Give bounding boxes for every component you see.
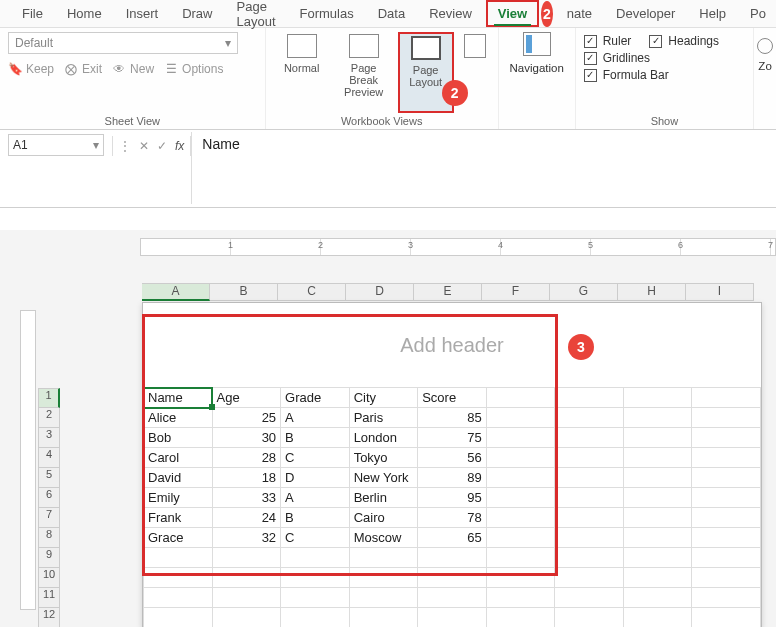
cell[interactable]: City (349, 388, 418, 408)
formula-input[interactable]: Name (191, 132, 776, 204)
cell[interactable] (418, 568, 487, 588)
cell[interactable] (692, 528, 761, 548)
header-area[interactable]: Add header (143, 303, 761, 387)
cell[interactable]: London (349, 428, 418, 448)
cell[interactable]: 18 (212, 468, 281, 488)
cell[interactable]: 25 (212, 408, 281, 428)
col-header-H[interactable]: H (618, 283, 686, 301)
cell[interactable] (486, 508, 555, 528)
row-header-3[interactable]: 3 (38, 428, 60, 448)
col-header-C[interactable]: C (278, 283, 346, 301)
tab-help[interactable]: Help (689, 2, 736, 25)
cell[interactable] (144, 588, 213, 608)
headings-checkbox[interactable]: ✓ Headings (649, 34, 719, 48)
cell[interactable] (692, 508, 761, 528)
horizontal-ruler[interactable]: 1 2 3 4 5 6 7 (140, 238, 776, 256)
cell[interactable]: 95 (418, 488, 487, 508)
col-header-F[interactable]: F (482, 283, 550, 301)
cell[interactable] (623, 488, 692, 508)
cell[interactable]: C (281, 448, 350, 468)
row-headers[interactable]: 1 2 3 4 5 6 7 8 9 10 11 12 (38, 388, 60, 627)
cell[interactable]: Age (212, 388, 281, 408)
cancel-icon[interactable]: ✕ (139, 139, 149, 153)
cell[interactable]: 28 (212, 448, 281, 468)
cell[interactable]: David (144, 468, 213, 488)
cell[interactable] (555, 428, 624, 448)
col-header-G[interactable]: G (550, 283, 618, 301)
gridlines-checkbox[interactable]: ✓ Gridlines (584, 51, 745, 65)
cell[interactable]: Alice (144, 408, 213, 428)
col-header-E[interactable]: E (414, 283, 482, 301)
cell[interactable] (692, 388, 761, 408)
cell[interactable] (486, 528, 555, 548)
cell[interactable] (623, 568, 692, 588)
cell[interactable]: 30 (212, 428, 281, 448)
cell[interactable]: Frank (144, 508, 213, 528)
cell[interactable] (555, 608, 624, 628)
cell[interactable]: Bob (144, 428, 213, 448)
row-header-12[interactable]: 12 (38, 608, 60, 627)
cell[interactable] (486, 408, 555, 428)
cell[interactable] (144, 568, 213, 588)
sheet-view-combo[interactable]: Default ▾ (8, 32, 238, 54)
cell[interactable]: Tokyo (349, 448, 418, 468)
cell[interactable] (281, 548, 350, 568)
new-button[interactable]: 👁 New (112, 62, 154, 76)
tab-review[interactable]: Review (419, 2, 482, 25)
column-headers[interactable]: A B C D E F G H I (142, 283, 754, 301)
cell[interactable]: A (281, 408, 350, 428)
cell[interactable] (623, 548, 692, 568)
tab-view[interactable]: View (488, 2, 537, 25)
options-button[interactable]: ☰ Options (164, 62, 223, 76)
row-header-7[interactable]: 7 (38, 508, 60, 528)
cell[interactable]: New York (349, 468, 418, 488)
cell[interactable]: D (281, 468, 350, 488)
cell[interactable] (349, 608, 418, 628)
cell[interactable]: 24 (212, 508, 281, 528)
normal-view-button[interactable]: Normal (274, 32, 330, 113)
cell[interactable] (555, 488, 624, 508)
cell[interactable] (623, 528, 692, 548)
cell[interactable]: Score (418, 388, 487, 408)
cell[interactable] (486, 428, 555, 448)
fx-icon[interactable]: fx (175, 139, 184, 153)
cell[interactable] (692, 428, 761, 448)
cell[interactable] (623, 588, 692, 608)
tab-developer[interactable]: Developer (606, 2, 685, 25)
cell[interactable] (555, 528, 624, 548)
col-header-D[interactable]: D (346, 283, 414, 301)
cell[interactable]: Paris (349, 408, 418, 428)
cell[interactable] (349, 588, 418, 608)
cell[interactable] (281, 568, 350, 588)
row-header-9[interactable]: 9 (38, 548, 60, 568)
cell[interactable]: 32 (212, 528, 281, 548)
fx-menu-icon[interactable]: ⋮ (119, 139, 131, 153)
navigation-button[interactable]: Navigation (507, 32, 567, 74)
exit-button[interactable]: ⨂ Exit (64, 62, 102, 76)
cell[interactable] (623, 448, 692, 468)
tab-draw[interactable]: Draw (172, 2, 222, 25)
cell[interactable] (555, 448, 624, 468)
name-box[interactable]: A1 ▾ (8, 134, 104, 156)
cell[interactable] (486, 448, 555, 468)
cell[interactable] (418, 548, 487, 568)
row-header-4[interactable]: 4 (38, 448, 60, 468)
cell[interactable] (144, 548, 213, 568)
tab-insert[interactable]: Insert (116, 2, 169, 25)
col-header-I[interactable]: I (686, 283, 754, 301)
cell[interactable] (623, 388, 692, 408)
cell[interactable]: 56 (418, 448, 487, 468)
cell[interactable] (692, 408, 761, 428)
cell[interactable]: Berlin (349, 488, 418, 508)
cell[interactable] (486, 388, 555, 408)
cell[interactable]: B (281, 428, 350, 448)
cell[interactable]: Emily (144, 488, 213, 508)
cell[interactable] (212, 568, 281, 588)
page-break-preview-button[interactable]: Page Break Preview (336, 32, 392, 113)
row-header-1[interactable]: 1 (38, 388, 60, 408)
cell[interactable] (144, 608, 213, 628)
cell[interactable] (692, 568, 761, 588)
cell[interactable] (555, 468, 624, 488)
cell[interactable] (349, 548, 418, 568)
row-header-5[interactable]: 5 (38, 468, 60, 488)
